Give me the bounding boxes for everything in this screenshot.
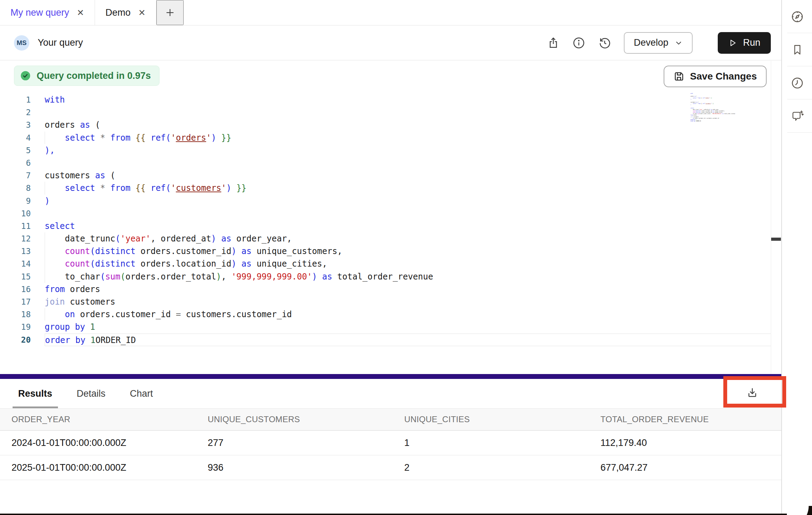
line-number: 20 bbox=[0, 334, 31, 346]
line-number: 14 bbox=[0, 258, 31, 270]
line-number: 3 bbox=[0, 119, 31, 131]
ai-chat-icon bbox=[791, 110, 804, 123]
line-number: 19 bbox=[0, 321, 31, 333]
share-button[interactable] bbox=[547, 37, 560, 49]
line-number: 5 bbox=[0, 144, 31, 157]
status-text: Query completed in 0.97s bbox=[37, 70, 151, 81]
main-panel: My new query✕Demo✕ MS Your query Dev bbox=[0, 0, 782, 515]
compass-button[interactable] bbox=[783, 0, 812, 33]
avatar: MS bbox=[14, 35, 29, 51]
table-cell: 277 bbox=[208, 438, 404, 448]
code-line-5: 5), bbox=[0, 144, 771, 157]
table-cell: 2024-01-01T00:00:00.000Z bbox=[12, 438, 208, 448]
results-tab-results[interactable]: Results bbox=[13, 379, 58, 408]
app-window: My new query✕Demo✕ MS Your query Dev bbox=[0, 0, 812, 515]
right-sidebar bbox=[783, 0, 812, 515]
line-number: 8 bbox=[0, 182, 31, 194]
results-table-body: 2024-01-01T00:00:00.000Z2771112,179.4020… bbox=[0, 431, 781, 480]
play-icon bbox=[728, 38, 737, 47]
line-number: 11 bbox=[0, 220, 31, 232]
results-tab-details[interactable]: Details bbox=[71, 379, 111, 408]
compass-icon bbox=[791, 10, 804, 23]
line-number: 7 bbox=[0, 169, 31, 182]
table-cell: 112,179.40 bbox=[600, 438, 781, 448]
status-row: Query completed in 0.97s Save Changes bbox=[14, 66, 767, 87]
query-tab-2[interactable]: Demo✕ bbox=[95, 0, 156, 25]
query-tab-1[interactable]: My new query✕ bbox=[0, 0, 95, 25]
close-icon[interactable]: ✕ bbox=[77, 8, 84, 17]
run-button[interactable]: Run bbox=[718, 32, 771, 54]
window-bottom-edge bbox=[0, 514, 812, 515]
panel-splitter[interactable] bbox=[0, 374, 781, 379]
results-table-header: ORDER_YEARUNIQUE_CUSTOMERSUNIQUE_CITIEST… bbox=[0, 408, 781, 431]
window-rounded-corner bbox=[787, 506, 812, 515]
code-line-15: 15 to_char(sum(orders.order_total), '999… bbox=[0, 270, 771, 283]
bookmark-icon bbox=[791, 44, 804, 56]
table-cell: 2 bbox=[404, 462, 600, 473]
table-row-1: 2024-01-01T00:00:00.000Z2771112,179.40 bbox=[0, 431, 781, 455]
line-number: 18 bbox=[0, 308, 31, 321]
code-line-3: 3orders as ( bbox=[0, 119, 771, 131]
clock-icon bbox=[791, 76, 804, 90]
code-line-9: 9) bbox=[0, 195, 771, 207]
code-line-8: 8 select * from {{ ref('customers') }} bbox=[0, 182, 771, 194]
line-number: 12 bbox=[0, 232, 31, 245]
develop-label: Develop bbox=[634, 37, 668, 48]
minimap[interactable]: 1with23orders as (4 select * from {{ ref… bbox=[691, 93, 737, 124]
history-button[interactable] bbox=[598, 36, 611, 50]
tab-label: My new query bbox=[10, 7, 69, 18]
results-tab-bar: ResultsDetailsChart bbox=[0, 379, 781, 408]
line-number: 15 bbox=[0, 270, 31, 283]
line-number: 17 bbox=[0, 296, 31, 308]
line-number: 10 bbox=[0, 207, 31, 220]
results-panel: ResultsDetailsChart ORDER_YEARUNIQUE_CUS… bbox=[0, 379, 781, 515]
code-line-10: 10 bbox=[0, 207, 771, 220]
table-cell: 1 bbox=[404, 438, 600, 448]
header-actions: Develop Run bbox=[547, 32, 771, 54]
code-line-11: 11select bbox=[0, 220, 771, 232]
query-title: Your query bbox=[38, 37, 83, 48]
tab-bar: My new query✕Demo✕ bbox=[0, 0, 781, 25]
close-icon[interactable]: ✕ bbox=[138, 8, 146, 17]
code-line-20: 20order by 1ORDER_ID bbox=[0, 334, 771, 346]
code-line-1: 1with bbox=[0, 94, 771, 106]
code-line-13: 13 count(distinct orders.customer_id) as… bbox=[0, 245, 771, 258]
line-number: 4 bbox=[0, 132, 31, 144]
column-header: UNIQUE_CUSTOMERS bbox=[208, 415, 404, 424]
code-line-15: 15 to_char(sum(orders.order_total), '999… bbox=[691, 113, 737, 114]
code-line-18: 18 on orders.customer_id = customers.cus… bbox=[0, 308, 771, 321]
bookmark-button[interactable] bbox=[783, 33, 812, 66]
line-number: 13 bbox=[0, 245, 31, 258]
code-line-17: 17join customers bbox=[0, 296, 771, 308]
line-number: 16 bbox=[0, 283, 31, 296]
code-line-14: 14 count(distinct orders.location_id) as… bbox=[0, 258, 771, 270]
run-label: Run bbox=[743, 37, 760, 48]
code-line-7: 7customers as ( bbox=[0, 169, 771, 182]
chevron-down-icon bbox=[674, 39, 683, 47]
ai-assistant-button[interactable] bbox=[783, 99, 812, 133]
code-line-2: 2 bbox=[0, 106, 771, 119]
save-changes-button[interactable]: Save Changes bbox=[664, 66, 767, 87]
code-editor[interactable]: 1with23orders as (4 select * from {{ ref… bbox=[0, 94, 771, 346]
query-tabs: My new query✕Demo✕ bbox=[0, 0, 156, 25]
tab-label: Demo bbox=[105, 7, 131, 18]
info-button[interactable] bbox=[572, 36, 585, 50]
history-rail-button[interactable] bbox=[783, 66, 812, 99]
develop-dropdown[interactable]: Develop bbox=[624, 32, 693, 54]
code-line-12: 12 date_trunc('year', ordered_at) as ord… bbox=[0, 232, 771, 245]
results-tab-chart[interactable]: Chart bbox=[124, 379, 158, 408]
editor-scroll-gutter bbox=[771, 61, 771, 374]
save-icon bbox=[673, 71, 685, 82]
info-icon bbox=[572, 36, 585, 50]
add-tab-button[interactable] bbox=[156, 0, 184, 25]
check-icon bbox=[20, 70, 31, 81]
table-row-2: 2025-01-01T00:00:00.000Z9362677,047.27 bbox=[0, 455, 781, 480]
annotation-highlight bbox=[723, 376, 786, 408]
table-cell: 936 bbox=[208, 462, 404, 473]
code-line-4: 4 select * from {{ ref('orders') }} bbox=[0, 132, 771, 144]
editor-scrollbar-thumb[interactable] bbox=[771, 238, 781, 241]
code-line-16: 16from orders bbox=[0, 283, 771, 296]
column-header: ORDER_YEAR bbox=[12, 415, 208, 424]
line-number: 6 bbox=[0, 157, 31, 169]
query-status-badge: Query completed in 0.97s bbox=[14, 66, 160, 86]
